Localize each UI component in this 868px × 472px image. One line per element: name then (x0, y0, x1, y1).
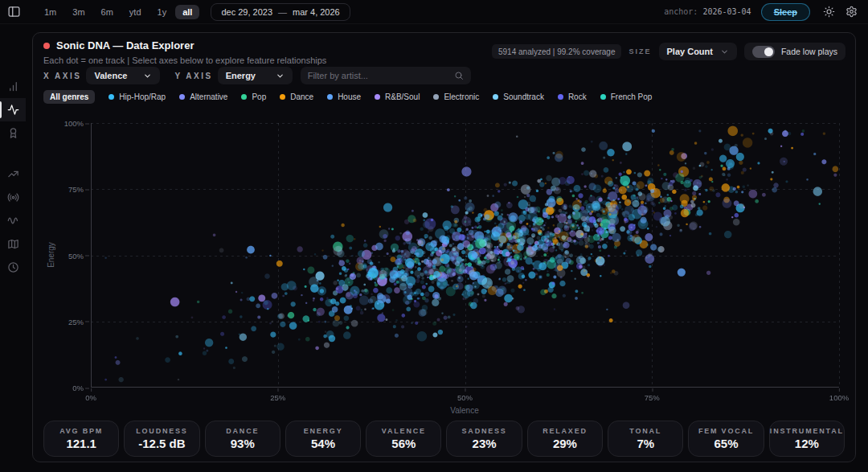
anchor-value: 2026-03-04 (702, 7, 751, 16)
y-axis-select[interactable]: Energy (218, 67, 293, 84)
date-range-start: dec 29, 2023 (221, 7, 272, 17)
sidebar-item-awards[interactable] (0, 121, 26, 145)
stat-card-valence: VALENCE56% (366, 421, 441, 457)
date-range-picker[interactable]: dec 29, 2023 — mar 4, 2026 (211, 3, 350, 21)
x-tick-label: 0% (85, 393, 96, 402)
genre-dot (280, 94, 285, 100)
map-icon (7, 238, 19, 250)
artist-filter (301, 67, 471, 84)
chevron-down-icon (720, 47, 729, 56)
gear-icon (845, 6, 858, 18)
y-axis-select-value: Energy (226, 71, 256, 80)
legend-item-dance[interactable]: Dance (280, 92, 313, 101)
clock-icon (7, 261, 19, 273)
size-label: SIZE (628, 47, 651, 55)
genre-dot (600, 94, 606, 100)
date-range-end: mar 4, 2026 (293, 7, 340, 17)
y-axis-select-label: Y AXIS (174, 72, 212, 80)
legend-item-frenchpop[interactable]: French Pop (600, 92, 653, 101)
settings-button[interactable] (842, 3, 860, 21)
y-axis-title: Energy (47, 242, 55, 268)
toggle-knob (764, 47, 773, 56)
legend-item-electronic[interactable]: Electronic (433, 92, 479, 101)
legend-item-pop[interactable]: Pop (241, 92, 266, 101)
y-tick-label: 75% (51, 185, 84, 194)
scatter-plot[interactable]: 100% 75% 50% 25% 0% 0% 25% 50% 75% 100% (91, 123, 839, 388)
search-icon (454, 71, 464, 80)
chevron-down-icon (143, 72, 152, 80)
range-button-6m[interactable]: 6m (94, 5, 121, 19)
legend-item-soundtrack[interactable]: Soundtrack (493, 92, 544, 101)
legend-item-house[interactable]: House (327, 92, 361, 101)
all-genres-chip[interactable]: All genres (43, 90, 95, 104)
sidebar-item-bar-chart[interactable] (0, 75, 26, 98)
legend-item-rock[interactable]: Rock (558, 92, 587, 101)
stat-card-fem-vocal: FEM VOCAL65% (688, 421, 764, 457)
date-range-separator: — (278, 7, 287, 17)
genre-dot (241, 94, 247, 100)
range-button-1m[interactable]: 1m (37, 5, 63, 19)
artist-filter-input[interactable] (308, 71, 454, 80)
range-button-all[interactable]: all (175, 5, 199, 19)
waveform-icon (7, 215, 19, 227)
gridline (839, 123, 840, 388)
topbar: 1m 3m 6m ytd 1y all dec 29, 2023 — mar 4… (0, 0, 868, 24)
size-select-value: Play Count (667, 47, 713, 56)
genre-legend: All genres Hip-Hop/Rap Alternative Pop D… (43, 90, 652, 104)
stat-card-tonal: TONAL7% (608, 421, 683, 457)
chevron-down-icon (276, 72, 285, 80)
sun-icon (823, 6, 835, 18)
activity-icon (7, 104, 19, 116)
x-axis-select[interactable]: Valence (86, 67, 160, 84)
genre-dot (108, 94, 114, 100)
theme-toggle-button[interactable] (820, 3, 837, 21)
sidebar (0, 24, 26, 472)
legend-item-rnb[interactable]: R&B/Soul (375, 92, 420, 101)
size-select[interactable]: Play Count (659, 43, 737, 60)
trending-up-icon (7, 168, 19, 180)
stat-card-relaxed: RELAXED29% (527, 421, 603, 457)
sidebar-item-trends[interactable] (0, 162, 26, 186)
anchor-date: anchor: 2026-03-04 (664, 7, 751, 16)
genre-dot (375, 94, 380, 100)
sidebar-item-map[interactable] (0, 232, 26, 256)
award-icon (7, 127, 19, 139)
fade-low-plays-control: Fade low plays (744, 43, 845, 60)
y-tick-label: 25% (51, 317, 84, 326)
stat-card-energy: ENERGY54% (285, 421, 361, 457)
genre-dot (433, 94, 439, 100)
panel-left-icon (7, 5, 21, 18)
sidebar-item-radio[interactable] (0, 186, 26, 209)
range-button-ytd[interactable]: ytd (122, 5, 149, 19)
sidebar-item-explorer[interactable] (0, 98, 26, 121)
x-tick-label: 75% (645, 393, 660, 402)
bar-chart-icon (7, 80, 19, 92)
x-tick-label: 50% (457, 393, 473, 402)
anchor-label: anchor: (664, 7, 698, 16)
sidebar-divider (0, 145, 26, 162)
range-button-1y[interactable]: 1y (150, 5, 174, 19)
sidebar-item-history[interactable] (0, 256, 26, 279)
legend-item-hiphop[interactable]: Hip-Hop/Rap (108, 92, 166, 101)
sleep-button[interactable]: Sleep (761, 3, 810, 21)
x-axis-select-value: Valence (94, 71, 127, 80)
radio-icon (7, 191, 19, 203)
coverage-badge: 5914 analyzed | 99.2% coverage (492, 44, 621, 59)
fade-low-plays-toggle[interactable] (752, 46, 775, 58)
stat-card-loudness: LOUDNESS-12.5 dB (124, 421, 199, 457)
y-tick-label: 0% (51, 384, 84, 392)
fade-low-plays-label: Fade low plays (781, 47, 837, 56)
sidebar-item-waveform[interactable] (0, 209, 26, 232)
x-axis-select-label: X AXIS (43, 72, 81, 80)
genre-dot (179, 94, 185, 100)
x-tick-label: 25% (270, 393, 285, 402)
genre-dot (327, 94, 333, 100)
stat-card-sadness: SADNESS23% (446, 421, 522, 457)
stat-card-dance: DANCE93% (205, 421, 280, 457)
page-title: Sonic DNA — Data Explorer (56, 39, 194, 51)
stats-row: AVG BPM121.1 LOUDNESS-12.5 dB DANCE93% E… (43, 421, 845, 457)
stat-card-instrumental: INSTRUMENTAL12% (769, 421, 845, 457)
range-button-3m[interactable]: 3m (65, 5, 92, 19)
sidebar-toggle-button[interactable] (5, 3, 23, 21)
legend-item-alternative[interactable]: Alternative (179, 92, 227, 101)
